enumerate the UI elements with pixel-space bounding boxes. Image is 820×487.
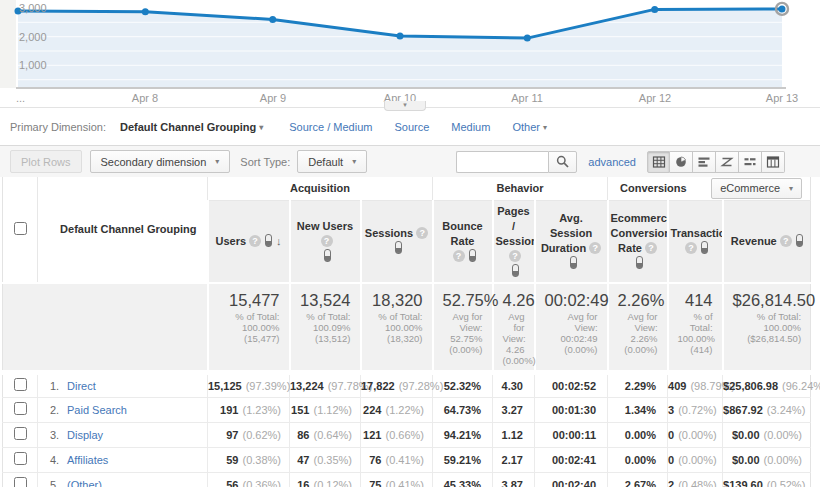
bar-chart-icon [697,156,711,168]
column-header-transactions[interactable]: Transactions? [668,200,723,283]
channel-link[interactable]: (Other) [67,479,102,487]
help-icon[interactable]: ? [249,235,261,247]
summary-ecommerce-conversion-rate: 2.26%Avg for View: 2.26% (0.00%) [608,283,668,373]
summary-revenue: $26,814.50% of Total: 100.00% ($26,814.5… [723,283,811,373]
graph-metric-icon[interactable] [324,249,331,262]
row-rank: 1. [50,380,67,392]
sort-type-button[interactable]: Default▾ [297,150,367,173]
secondary-dimension-button[interactable]: Secondary dimension▾ [90,150,231,173]
view-toggle-group [647,151,785,173]
help-icon[interactable]: ? [453,250,465,262]
plot-rows-button[interactable]: Plot Rows [10,150,82,173]
group-header-conversions: Conversions eCommerce▾ [608,177,811,200]
performance-view-button[interactable] [693,151,716,173]
term-cloud-view-button[interactable] [739,151,762,173]
chevron-down-icon: ▾ [403,101,407,108]
help-icon[interactable]: ? [321,235,333,247]
graph-metric-icon[interactable] [395,241,402,254]
graph-metric-icon[interactable] [265,234,272,247]
pie-chart-icon [674,156,688,168]
pivot-table-icon [766,156,780,168]
search-input[interactable] [456,151,548,173]
graph-metric-icon[interactable] [570,256,577,269]
group-header-behavior: Behavior [433,177,608,200]
select-all-cell [3,177,38,283]
caret-down-icon: ▾ [352,157,356,166]
dimension-source-medium[interactable]: Source / Medium [289,121,372,133]
y-axis-tick: 1,000 [19,59,47,71]
summary-avg-session-duration: 00:02:49Avg for View: 00:02:49 (0.00%) [535,283,608,373]
help-icon[interactable]: ? [589,242,601,254]
chart-collapse-handle[interactable]: ▾ [384,101,426,111]
help-icon[interactable]: ? [645,242,657,254]
table-row: 4.Affiliates 59(0.38%) 47(0.35%) 76(0.41… [3,447,811,472]
sessions-line-chart [0,0,820,100]
help-icon[interactable]: ? [416,227,428,239]
row-checkbox[interactable] [14,378,27,391]
x-axis-tick: Apr 11 [511,92,543,104]
row-rank: 4. [50,454,67,466]
analytics-report: 3,000 2,000 1,000 ... Apr 8 Apr 9 Apr 10… [0,0,820,487]
dimension-default-channel-grouping[interactable]: Default Channel Grouping▾ [120,121,263,133]
dimension-source[interactable]: Source [394,121,429,133]
column-header-avg-session-duration[interactable]: Avg. Session Duration? [535,200,608,283]
select-all-checkbox[interactable] [14,222,27,235]
help-icon[interactable]: ? [509,250,521,262]
advanced-search-link[interactable]: advanced [588,156,636,168]
graph-metric-icon[interactable] [636,256,643,269]
table-grid-icon [652,156,666,168]
channel-link[interactable]: Affiliates [67,454,108,466]
column-header-sessions[interactable]: Sessions? [361,200,433,283]
dimension-other[interactable]: Other▾ [512,121,547,133]
summary-users: 15,477% of Total: 100.00% (15,477) [208,283,290,373]
row-rank: 2. [50,404,67,416]
y-axis-tick: 3,000 [19,2,47,14]
graph-metric-icon[interactable] [701,241,708,254]
sort-down-icon: ↓ [276,235,282,247]
conversions-label: Conversions [620,182,687,194]
comparison-view-button[interactable] [716,151,739,173]
group-header-acquisition: Acquisition [208,177,433,200]
percentage-view-button[interactable] [670,151,693,173]
summary-transactions: 414% of Total: 100.00% (414) [668,283,723,373]
caret-down-icon: ▾ [789,184,793,193]
column-header-users[interactable]: Users?↓ [208,200,290,283]
table-row: 3.Display 97(0.62%) 86(0.64%) 121(0.66%)… [3,422,811,447]
dimension-column-header: Default Channel Grouping [38,177,208,283]
summary-sessions: 18,320% of Total: 100.00% (18,320) [361,283,433,373]
row-checkbox[interactable] [14,452,27,465]
graph-metric-icon[interactable] [512,264,519,277]
graph-metric-icon[interactable] [469,249,476,262]
comparison-icon [720,156,734,168]
search-button[interactable] [548,151,577,173]
dimension-medium[interactable]: Medium [451,121,490,133]
help-icon[interactable]: ? [780,235,792,247]
help-icon[interactable]: ? [685,242,697,254]
row-checkbox[interactable] [14,402,27,415]
term-cloud-icon [743,156,757,168]
row-checkbox[interactable] [14,477,27,487]
summary-bounce-rate: 52.75%Avg for View: 52.75% (0.00%) [433,283,493,373]
caret-down-icon: ▾ [215,157,219,166]
column-header-bounce-rate[interactable]: Bounce Rate? [433,200,493,283]
y-axis-tick: 2,000 [19,31,47,43]
column-header-new-users[interactable]: New Users? [290,200,361,283]
row-checkbox[interactable] [14,427,27,440]
data-view-button[interactable] [647,151,670,173]
summary-row: 15,477% of Total: 100.00% (15,477) 13,52… [3,283,811,373]
column-header-revenue[interactable]: Revenue? [723,200,811,283]
graph-metric-icon[interactable] [796,234,803,247]
column-header-pages-session[interactable]: Pages / Session? [493,200,535,283]
table-row: 2.Paid Search 191(1.23%) 151(1.12%) 224(… [3,397,811,422]
table-toolbar: Plot Rows Secondary dimension▾ Sort Type… [0,145,820,177]
channel-link[interactable]: Paid Search [67,404,127,416]
x-axis-tick: Apr 13 [766,92,798,104]
pivot-view-button[interactable] [762,151,785,173]
x-axis-tick: Apr 9 [260,92,286,104]
row-rank: 5. [50,479,67,487]
channel-link[interactable]: Direct [67,380,96,392]
channel-link[interactable]: Display [67,429,103,441]
table-row: 1.Direct 15,125(97.39%) 13,224(97.78%) 1… [3,372,811,397]
ecommerce-dropdown[interactable]: eCommerce▾ [711,178,802,199]
column-header-ecommerce-conversion-rate[interactable]: Ecommerce Conversion Rate? [608,200,668,283]
